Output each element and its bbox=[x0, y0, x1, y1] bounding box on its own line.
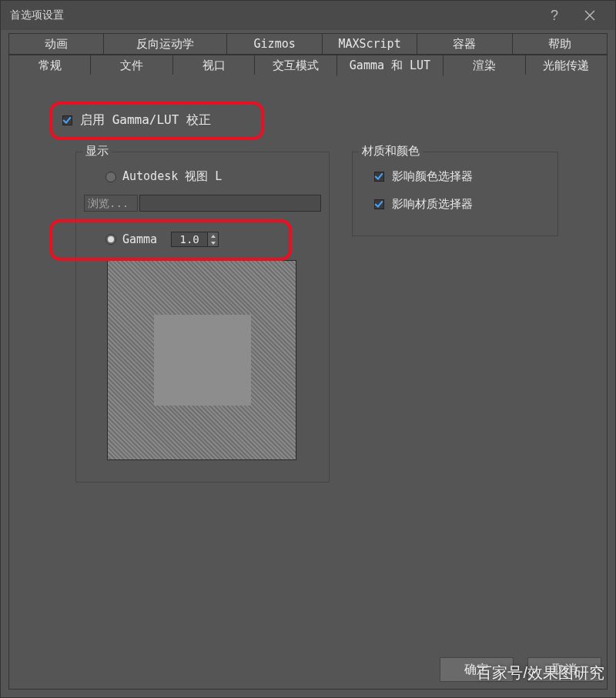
affect-color-picker-row: 影响颜色选择器 bbox=[374, 169, 473, 184]
tab-help[interactable]: 帮助 bbox=[512, 33, 608, 55]
tab-radiosity[interactable]: 光能传递 bbox=[525, 55, 608, 76]
gamma-preview bbox=[107, 260, 296, 460]
gamma-spin-down[interactable] bbox=[208, 239, 218, 246]
browse-row: 浏览... bbox=[84, 195, 321, 212]
chevron-down-icon bbox=[211, 242, 216, 245]
tab-gamma-lut[interactable]: Gamma 和 LUT bbox=[336, 55, 444, 76]
enable-gamma-label: 启用 Gamma/LUT 校正 bbox=[80, 112, 211, 129]
svg-marker-1 bbox=[211, 242, 216, 245]
autodesk-view-label: Autodesk 视图 L bbox=[122, 169, 222, 184]
display-group: 显示 Autodesk 视图 L 浏览... Gamma 1.0 bbox=[75, 152, 330, 483]
tab-row-bottom: 常规 文件 视口 交互模式 Gamma 和 LUT 渲染 光能传递 bbox=[1, 55, 615, 76]
browse-input[interactable] bbox=[139, 195, 321, 212]
close-icon bbox=[584, 10, 595, 21]
dialog-footer: 确定 取消 bbox=[440, 657, 601, 682]
preferences-window: 首选项设置 ? 动画 反向运动学 Gizmos MAXScript 容器 帮助 … bbox=[0, 0, 616, 698]
gamma-row: Gamma 1.0 bbox=[105, 232, 219, 247]
tab-animation[interactable]: 动画 bbox=[8, 33, 104, 55]
tab-containers[interactable]: 容器 bbox=[417, 33, 512, 55]
material-color-group: 材质和颜色 影响颜色选择器 影响材质选择器 bbox=[352, 152, 558, 236]
browse-button[interactable]: 浏览... bbox=[84, 195, 138, 212]
window-title: 首选项设置 bbox=[10, 8, 537, 22]
gamma-spin-buttons[interactable] bbox=[208, 232, 219, 247]
chevron-up-icon bbox=[211, 235, 216, 238]
affect-material-picker-checkbox[interactable] bbox=[374, 199, 384, 209]
svg-marker-0 bbox=[211, 235, 216, 238]
gamma-radio[interactable] bbox=[105, 234, 116, 245]
tab-rendering[interactable]: 渲染 bbox=[443, 55, 525, 76]
tab-row-top: 动画 反向运动学 Gizmos MAXScript 容器 帮助 bbox=[1, 33, 615, 55]
ok-button[interactable]: 确定 bbox=[440, 657, 514, 682]
affect-material-picker-row: 影响材质选择器 bbox=[374, 197, 473, 212]
tab-viewports[interactable]: 视口 bbox=[172, 55, 255, 76]
tab-general[interactable]: 常规 bbox=[8, 55, 91, 76]
enable-gamma-checkbox[interactable] bbox=[62, 115, 72, 125]
autodesk-view-radio[interactable] bbox=[105, 172, 116, 182]
tab-ik[interactable]: 反向运动学 bbox=[103, 33, 227, 55]
tab-maxscript[interactable]: MAXScript bbox=[322, 33, 417, 55]
tab-interaction[interactable]: 交互模式 bbox=[254, 55, 336, 76]
display-legend: 显示 bbox=[82, 144, 112, 159]
enable-gamma-row: 启用 Gamma/LUT 校正 bbox=[62, 112, 211, 129]
close-button[interactable] bbox=[572, 2, 608, 29]
affect-material-picker-label: 影响材质选择器 bbox=[392, 197, 473, 212]
titlebar: 首选项设置 ? bbox=[1, 1, 615, 30]
help-button[interactable]: ? bbox=[537, 2, 572, 29]
gamma-value[interactable]: 1.0 bbox=[171, 232, 208, 247]
tab-gizmos[interactable]: Gizmos bbox=[226, 33, 322, 55]
autodesk-view-row: Autodesk 视图 L bbox=[105, 169, 222, 184]
tab-files[interactable]: 文件 bbox=[90, 55, 172, 76]
help-icon: ? bbox=[551, 8, 558, 24]
gamma-preview-inner bbox=[154, 315, 251, 406]
gamma-spin-up[interactable] bbox=[208, 232, 218, 239]
affect-color-picker-label: 影响颜色选择器 bbox=[392, 169, 473, 184]
affect-color-picker-checkbox[interactable] bbox=[374, 172, 384, 182]
cancel-button[interactable]: 取消 bbox=[527, 657, 601, 682]
gamma-label: Gamma bbox=[122, 232, 157, 246]
material-legend: 材质和颜色 bbox=[359, 144, 423, 159]
gamma-spinner[interactable]: 1.0 bbox=[171, 232, 219, 247]
